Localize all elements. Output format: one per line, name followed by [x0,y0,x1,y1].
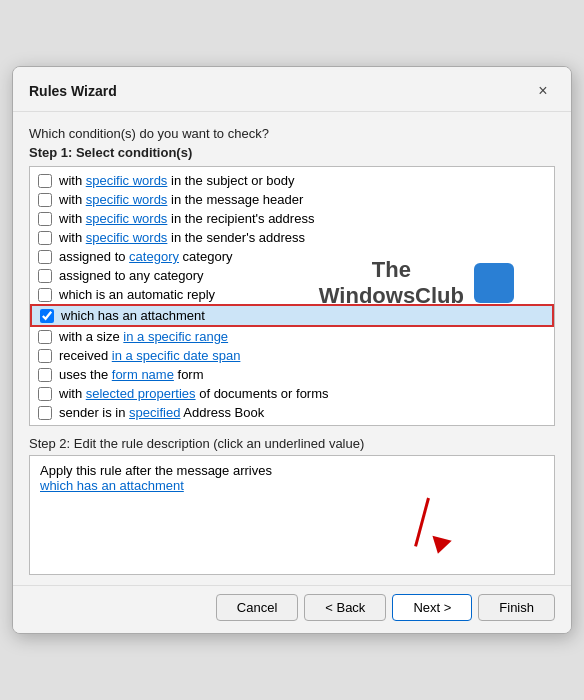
condition-item[interactable]: which is an automatic reply [30,285,554,304]
dialog-title: Rules Wizard [29,83,117,99]
condition-checkbox[interactable] [38,193,52,207]
condition-item[interactable]: assigned to any category [30,266,554,285]
condition-item[interactable]: with specific words in the sender's addr… [30,228,554,247]
condition-link[interactable]: specified [129,405,180,420]
condition-label: which has an attachment [61,308,205,323]
condition-item[interactable]: assigned to category category [30,247,554,266]
step1-question: Which condition(s) do you want to check? [29,126,555,141]
arrow-head [428,536,451,557]
cancel-button[interactable]: Cancel [216,594,298,621]
condition-checkbox[interactable] [38,330,52,344]
back-button[interactable]: < Back [304,594,386,621]
next-button[interactable]: Next > [392,594,472,621]
condition-item[interactable]: which is a meeting invitation or update [30,422,554,426]
condition-checkbox[interactable] [38,212,52,226]
condition-label: which is a meeting invitation or update [59,424,279,426]
condition-checkbox[interactable] [38,387,52,401]
dialog-body: Which condition(s) do you want to check?… [13,112,571,585]
condition-checkbox[interactable] [38,368,52,382]
condition-link[interactable]: selected properties [86,386,196,401]
condition-label: with specific words in the recipient's a… [59,211,314,226]
condition-link[interactable]: in a specific date span [112,348,241,363]
condition-item[interactable]: which has an attachment [30,304,554,327]
condition-label: uses the form name form [59,367,204,382]
description-line2: which has an attachment [40,478,544,493]
condition-checkbox[interactable] [38,425,52,427]
finish-button[interactable]: Finish [478,594,555,621]
description-line1: Apply this rule after the message arrive… [40,463,544,478]
conditions-list: with specific words in the subject or bo… [29,166,555,426]
condition-link[interactable]: specific words [86,173,168,188]
condition-item[interactable]: with specific words in the recipient's a… [30,209,554,228]
condition-label: which is an automatic reply [59,287,215,302]
step1-label: Step 1: Select condition(s) [29,145,555,160]
condition-checkbox[interactable] [38,269,52,283]
condition-label: assigned to any category [59,268,204,283]
condition-item[interactable]: with specific words in the subject or bo… [30,171,554,190]
condition-item[interactable]: uses the form name form [30,365,554,384]
title-bar: Rules Wizard × [13,67,571,112]
condition-label: with specific words in the sender's addr… [59,230,305,245]
condition-link[interactable]: form name [112,367,174,382]
condition-label: with selected properties of documents or… [59,386,329,401]
condition-label: with specific words in the subject or bo… [59,173,295,188]
condition-checkbox[interactable] [38,174,52,188]
close-button[interactable]: × [529,77,557,105]
condition-link[interactable]: category [129,249,179,264]
condition-item[interactable]: with a size in a specific range [30,327,554,346]
condition-checkbox[interactable] [38,250,52,264]
rules-wizard-dialog: Rules Wizard × Which condition(s) do you… [12,66,572,634]
description-link[interactable]: which has an attachment [40,478,184,493]
condition-link[interactable]: specific words [86,192,168,207]
condition-label: received in a specific date span [59,348,240,363]
condition-item[interactable]: sender is in specified Address Book [30,403,554,422]
condition-label: with a size in a specific range [59,329,228,344]
condition-checkbox[interactable] [38,406,52,420]
arrow-line [414,498,430,547]
description-box: Apply this rule after the message arrive… [29,455,555,575]
step2-label: Step 2: Edit the rule description (click… [29,436,555,451]
condition-link[interactable]: specific words [86,230,168,245]
arrow-container [40,493,544,563]
condition-checkbox[interactable] [38,231,52,245]
condition-label: assigned to category category [59,249,232,264]
condition-checkbox[interactable] [38,349,52,363]
condition-link[interactable]: specific words [86,211,168,226]
condition-item[interactable]: with selected properties of documents or… [30,384,554,403]
condition-label: sender is in specified Address Book [59,405,264,420]
condition-item[interactable]: with specific words in the message heade… [30,190,554,209]
condition-link[interactable]: in a specific range [123,329,228,344]
buttons-row: Cancel < Back Next > Finish [13,585,571,633]
condition-checkbox[interactable] [38,288,52,302]
condition-checkbox[interactable] [40,309,54,323]
condition-label: with specific words in the message heade… [59,192,303,207]
condition-item[interactable]: received in a specific date span [30,346,554,365]
